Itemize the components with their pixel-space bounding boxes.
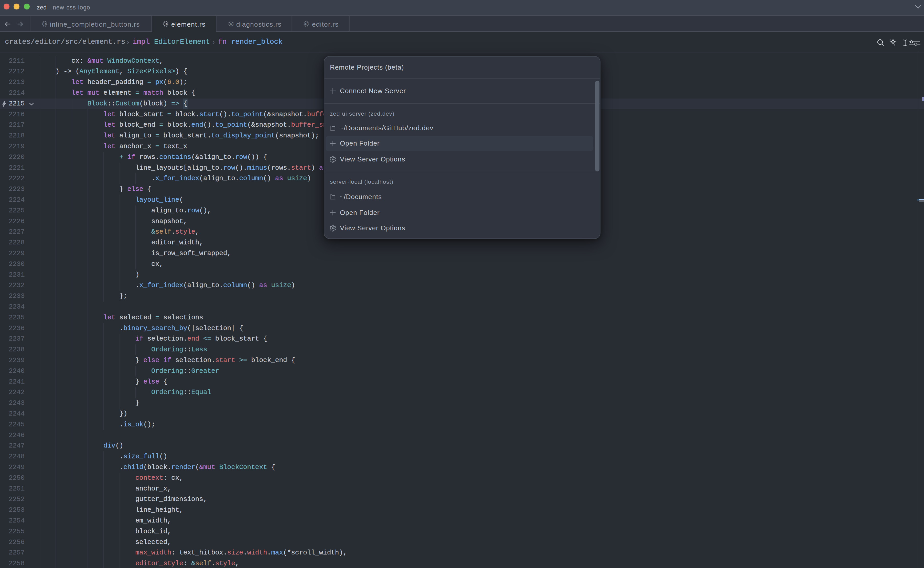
svg-text:R: R xyxy=(305,22,308,26)
svg-text:R: R xyxy=(165,22,167,26)
svg-text:R: R xyxy=(44,22,46,26)
svg-text:R: R xyxy=(230,22,232,26)
